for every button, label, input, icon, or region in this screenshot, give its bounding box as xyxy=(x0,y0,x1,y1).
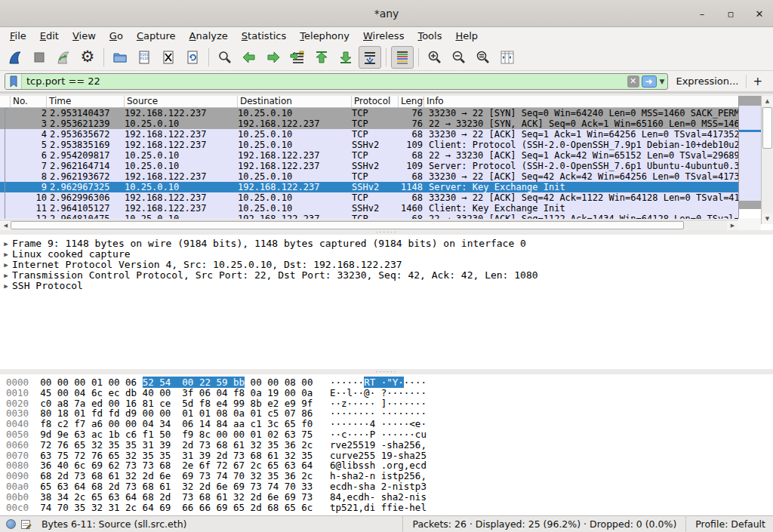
hex-row[interactable]: 0090 68 2d 73 68 61 32 2d 6e 69 73 74 70… xyxy=(6,471,773,481)
hex-row[interactable]: 0060 72 76 65 32 35 35 31 39 2d 73 68 61… xyxy=(6,440,773,451)
auto-scroll-button[interactable] xyxy=(359,46,381,69)
column-header-length[interactable]: Length xyxy=(399,96,424,107)
save-file-button[interactable]: 01010110 xyxy=(133,46,156,69)
detail-row[interactable]: ▶Internet Protocol Version 4, Src: 10.25… xyxy=(0,260,773,270)
zoom-original-button[interactable] xyxy=(472,46,494,69)
packet-row[interactable]: 32.95362123910.25.0.10192.168.122.237TCP… xyxy=(0,118,738,129)
packet-row[interactable]: 62.95420981710.25.0.10192.168.122.237TCP… xyxy=(0,150,738,161)
scroll-up-arrow[interactable]: ▲ xyxy=(762,96,773,106)
expand-caret-icon[interactable]: ▶ xyxy=(0,238,12,249)
vscroll-thumb[interactable] xyxy=(762,107,772,149)
detail-row[interactable]: ▶SSH Protocol xyxy=(0,281,773,291)
packet-list-vscrollbar[interactable]: ▲ ▼ xyxy=(761,96,773,224)
column-header-no[interactable]: No. xyxy=(11,96,47,107)
zoom-out-button[interactable] xyxy=(448,46,470,69)
menu-item-help[interactable]: Help xyxy=(448,29,485,43)
add-filter-button[interactable]: + xyxy=(746,75,768,88)
detail-row[interactable]: ▶Linux cooked capture xyxy=(0,249,773,260)
hex-row[interactable]: 0080 36 40 6c 69 62 73 73 68 2e 6f 72 67… xyxy=(6,460,773,471)
hex-row[interactable]: 00b0 38 34 2c 65 63 64 68 2d 73 68 61 32… xyxy=(6,492,773,503)
packet-list-hscrollbar[interactable]: ◀ ▶ xyxy=(0,220,738,230)
go-forward-button[interactable] xyxy=(262,46,285,69)
expand-caret-icon[interactable]: ▶ xyxy=(0,249,12,260)
menu-item-capture[interactable]: Capture xyxy=(130,29,183,43)
menu-item-tools[interactable]: Tools xyxy=(411,29,448,43)
menu-item-edit[interactable]: Edit xyxy=(33,29,66,43)
packet-row[interactable]: 42.953635672192.168.122.23710.25.0.10TCP… xyxy=(0,129,738,140)
packet-row[interactable]: 52.953835169192.168.122.23710.25.0.10SSH… xyxy=(0,140,738,150)
filter-dropdown-caret[interactable]: ▼ xyxy=(658,78,668,85)
maximize-button[interactable]: ▫ xyxy=(725,8,737,20)
cell-protocol: TCP xyxy=(352,171,399,182)
expand-caret-icon[interactable]: ▶ xyxy=(0,260,12,270)
open-file-button[interactable] xyxy=(109,46,131,69)
detail-row[interactable]: ▶Frame 9: 1148 bytes on wire (9184 bits)… xyxy=(0,238,773,249)
column-header-source[interactable]: Source xyxy=(125,96,238,107)
packet-row[interactable]: 92.96296732510.25.0.10192.168.122.237SSH… xyxy=(0,182,738,192)
reload-file-button[interactable] xyxy=(181,46,204,69)
go-last-packet-button[interactable] xyxy=(334,46,357,69)
hex-row[interactable]: 0040 f8 c2 f7 a6 00 00 04 34 06 14 84 aa… xyxy=(6,419,773,429)
colorize-packets-button[interactable] xyxy=(391,46,414,69)
profile-text[interactable]: Profile: Default xyxy=(685,517,773,531)
expand-caret-icon[interactable]: ▶ xyxy=(0,270,12,281)
packet-row[interactable]: 72.96216471410.25.0.10192.168.122.237SSH… xyxy=(0,161,738,171)
find-packet-button[interactable] xyxy=(214,46,236,69)
menu-item-analyze[interactable]: Analyze xyxy=(183,29,235,43)
filter-clear-button[interactable]: ✕ xyxy=(627,75,639,88)
cell-source: 10.25.0.10 xyxy=(125,150,238,161)
expand-caret-icon[interactable]: ▶ xyxy=(0,281,12,291)
packet-list-rows: 22.953140437192.168.122.23710.25.0.10TCP… xyxy=(0,108,738,219)
zoom-in-button[interactable] xyxy=(423,46,446,69)
menu-item-wireless[interactable]: Wireless xyxy=(356,29,411,43)
hscroll-thumb[interactable] xyxy=(11,221,684,229)
restart-capture-button[interactable] xyxy=(52,46,75,69)
minimize-button[interactable]: – xyxy=(696,8,708,20)
stop-capture-button[interactable] xyxy=(28,46,51,69)
packet-minimap-scrollbar[interactable] xyxy=(738,96,761,218)
menu-item-file[interactable]: File xyxy=(3,29,33,43)
hex-row[interactable]: 00c0 74 70 35 32 31 2c 64 69 66 66 69 65… xyxy=(6,503,773,513)
display-filter-input[interactable] xyxy=(22,75,627,87)
filter-apply-button[interactable]: ➜ xyxy=(642,75,657,88)
expression-button[interactable]: Expression... xyxy=(668,75,746,87)
close-file-button[interactable] xyxy=(157,46,180,69)
expert-info-icon[interactable] xyxy=(6,519,16,529)
scroll-left-arrow[interactable]: ◀ xyxy=(0,220,11,230)
close-button[interactable]: ✕ xyxy=(753,8,765,20)
hex-row[interactable]: 0020 c0 a8 7a ed 00 16 81 ce 5d f8 e4 99… xyxy=(6,398,773,409)
packet-row[interactable]: 102.962996306192.168.122.23710.25.0.10TC… xyxy=(0,192,738,203)
minimap-gray-segment xyxy=(739,96,761,106)
menu-item-go[interactable]: Go xyxy=(103,29,130,43)
detail-row[interactable]: ▶Transmission Control Protocol, Src Port… xyxy=(0,270,773,281)
packet-row[interactable]: 112.964105127192.168.122.23710.25.0.10SS… xyxy=(0,203,738,214)
hex-row[interactable]: 0070 63 75 72 76 65 32 35 35 31 39 2d 73… xyxy=(6,451,773,461)
hex-row[interactable]: 0010 45 00 04 6c ec db 40 00 3f 06 04 f8… xyxy=(6,388,773,398)
packet-row[interactable]: 82.962193672192.168.122.23710.25.0.10TCP… xyxy=(0,171,738,182)
menu-item-telephony[interactable]: Telephony xyxy=(293,29,356,43)
filter-bookmark-button[interactable] xyxy=(5,74,22,89)
hex-row[interactable]: 0050 9d 9e 63 ac 1b c6 f1 50 f9 8c 00 00… xyxy=(6,429,773,440)
packet-bytes-pane: 0000 00 00 00 01 00 06 52 54 00 22 59 bb… xyxy=(0,374,773,515)
hex-row[interactable]: 0000 00 00 00 01 00 06 52 54 00 22 59 bb… xyxy=(6,377,773,388)
resize-columns-button[interactable] xyxy=(496,46,519,69)
menu-item-view[interactable]: View xyxy=(66,29,103,43)
menu-item-statistics[interactable]: Statistics xyxy=(235,29,293,43)
packet-row[interactable]: 122.96481047510.25.0.10192.168.122.237TC… xyxy=(0,214,738,219)
hex-row[interactable]: 00a0 65 63 64 68 2d 73 68 61 32 2d 6e 69… xyxy=(6,481,773,492)
column-header-destination[interactable]: Destination xyxy=(238,96,352,107)
go-back-button[interactable] xyxy=(238,46,260,69)
packet-row[interactable]: 22.953140437192.168.122.23710.25.0.10TCP… xyxy=(0,108,738,118)
capture-options-button[interactable]: ⚙ xyxy=(76,46,99,69)
scroll-down-arrow[interactable]: ▼ xyxy=(762,214,773,224)
column-header-info[interactable]: Info xyxy=(424,96,761,107)
start-capture-button[interactable] xyxy=(4,46,26,69)
scroll-right-arrow[interactable]: ▶ xyxy=(727,220,738,230)
pane-splitter[interactable]: ······ xyxy=(0,369,773,374)
hex-row[interactable]: 0030 80 18 01 fd fd d9 00 00 01 01 08 0a… xyxy=(6,408,773,419)
column-header-protocol[interactable]: Protocol xyxy=(352,96,399,107)
go-first-packet-button[interactable] xyxy=(310,46,333,69)
capture-comment-icon[interactable] xyxy=(20,519,31,530)
column-header-time[interactable]: Time xyxy=(47,96,125,107)
go-to-packet-button[interactable] xyxy=(286,46,309,69)
